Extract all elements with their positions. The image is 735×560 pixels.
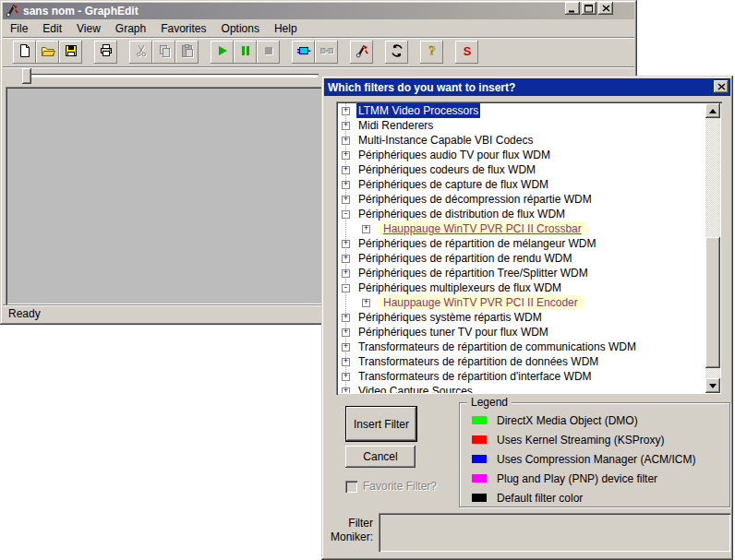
up-arrow-icon [709,109,717,113]
filter-moniker-field[interactable] [379,513,730,552]
disconnect-button[interactable] [315,41,338,64]
toolbar: ?S [3,38,634,67]
expand-icon[interactable]: + [342,387,350,394]
tree-item[interactable]: -Périphériques multiplexeurs de flux WDM [338,280,705,295]
menu-options[interactable]: Options [214,20,267,37]
main-titlebar[interactable]: sans nom - GraphEdit [3,3,634,19]
trackbar-thumb[interactable] [22,68,31,84]
new-document-button[interactable] [13,41,36,64]
tree-item-label: Périphériques de capture de flux WDM [356,177,550,192]
pause-button[interactable] [234,41,257,64]
copy-button[interactable] [152,41,175,64]
insert-filter-button[interactable] [292,41,315,64]
tree-item-label: Midi Renderers [356,118,435,133]
maximize-icon[interactable] [582,2,596,15]
filter-moniker-label: Filter Moniker: [329,517,373,544]
tree-item[interactable]: +Périphériques codeurs de flux WDM [338,162,705,177]
collapse-icon[interactable]: - [342,210,350,219]
tree-rows: +LTMM Video Processors+Midi Renderers+Mu… [338,103,705,393]
expand-icon[interactable]: + [342,181,350,189]
svg-text:?: ? [428,44,435,58]
menu-favorites[interactable]: Favorites [153,20,213,37]
tree-item-label: Périphériques de distribution de flux WD… [356,207,567,221]
trackbar-groove[interactable] [25,74,319,78]
expand-icon[interactable]: + [342,343,350,351]
desktop: sans nom - GraphEdit FileEditViewGraphFa… [0,0,735,560]
print-icon [99,43,114,61]
expand-icon[interactable]: + [342,137,350,145]
scroll-up-icon[interactable] [705,103,720,118]
tree-item[interactable]: +Périphériques de décompression répartie… [338,192,705,207]
tree-item[interactable]: -Périphériques de distribution de flux W… [338,207,705,221]
help-button[interactable]: ? [420,41,443,64]
expand-icon[interactable]: + [342,328,350,337]
expand-icon[interactable]: + [342,122,350,130]
legend-color-swatch [472,455,487,463]
menu-help[interactable]: Help [267,20,305,37]
play-button[interactable] [211,41,234,64]
paste-button[interactable] [175,41,199,64]
menu-bar: FileEditViewGraphFavoritesOptionsHelp [3,19,634,38]
save-button[interactable] [59,41,82,64]
expand-icon[interactable]: + [342,196,350,204]
stop-button[interactable] [257,41,280,64]
expand-icon[interactable]: + [342,314,350,322]
close-icon[interactable] [714,80,729,93]
vertical-scrollbar[interactable] [705,103,720,393]
tree-item[interactable]: +Périphériques de répartition de mélange… [338,236,705,251]
expand-icon[interactable]: + [342,269,350,278]
tree-item-label: Transformateurs de répartition de donnée… [356,354,600,369]
tree-item[interactable]: +LTMM Video Processors [338,103,705,118]
scrollbar-thumb[interactable] [705,237,720,368]
menu-graph[interactable]: Graph [108,20,153,37]
tree-item[interactable]: +Périphériques système répartis WDM [338,310,705,325]
expand-icon[interactable]: + [342,107,350,115]
menu-view[interactable]: View [69,20,108,37]
tree-item[interactable]: +Hauppauge WinTV PVR PCI II Crossbar [338,221,705,236]
tree-item[interactable]: +Midi Renderers [338,118,705,133]
dialog-titlebar[interactable]: Which filters do you want to insert? [324,78,730,96]
insert-filter-button[interactable]: Insert Filter [345,406,417,442]
tree-item-label: Multi-Instance Capable VBI Codecs [356,133,535,148]
window-controls [565,2,613,15]
print-button[interactable] [94,41,117,64]
expand-icon[interactable]: + [342,166,350,174]
graphedit-logo-button[interactable] [350,41,373,64]
tree-item[interactable]: +Périphériques de répartition Tree/Split… [338,266,705,280]
expand-icon[interactable]: + [342,255,350,263]
filter-tree: +LTMM Video Processors+Midi Renderers+Mu… [336,101,722,395]
open-folder-button[interactable] [36,41,59,64]
expand-icon[interactable]: + [342,358,350,366]
tree-item[interactable]: +Transformateurs de répartition de donné… [338,354,705,369]
open-folder-icon [41,43,55,61]
tree-item[interactable]: +Hauppauge WinTV PVR PCI II Encoder [338,295,705,310]
tree-item[interactable]: +Périphériques audio TV pour flux WDM [338,148,705,162]
stats-button[interactable]: S [455,41,478,64]
tree-item[interactable]: +Périphériques de capture de flux WDM [338,177,705,192]
expand-icon[interactable]: + [362,225,370,233]
tree-item[interactable]: +Transformateurs de répartition d'interf… [338,369,705,384]
tree-item[interactable]: +Périphériques de répartition de rendu W… [338,251,705,266]
scroll-down-icon[interactable] [705,378,720,393]
expand-icon[interactable]: + [342,151,350,160]
menu-file[interactable]: File [3,20,35,37]
minimize-icon[interactable] [565,2,580,15]
expand-icon[interactable]: + [342,240,350,248]
tree-item[interactable]: +Transformateurs de répartition de commu… [338,340,705,354]
cancel-button[interactable]: Cancel [345,446,416,468]
tree-item[interactable]: +Multi-Instance Capable VBI Codecs [338,133,705,148]
close-icon[interactable] [598,2,613,15]
legend-row: Plug and Play (PNP) device filter [472,469,724,488]
expand-icon[interactable]: + [342,373,350,381]
tree-item[interactable]: +Périphériques tuner TV pour flux WDM [338,325,705,340]
legend-row: Uses Compression Manager (ACM/ICM) [472,449,724,469]
cut-button[interactable] [129,41,152,64]
tree-item[interactable]: +Video Capture Sources [338,384,705,393]
stop-icon [261,43,276,61]
menu-edit[interactable]: Edit [35,20,69,37]
save-icon [64,43,78,61]
favorite-filter-checkbox[interactable] [345,481,357,493]
expand-icon[interactable]: + [362,299,370,307]
refresh-button[interactable] [385,41,408,64]
collapse-icon[interactable]: - [342,284,350,292]
